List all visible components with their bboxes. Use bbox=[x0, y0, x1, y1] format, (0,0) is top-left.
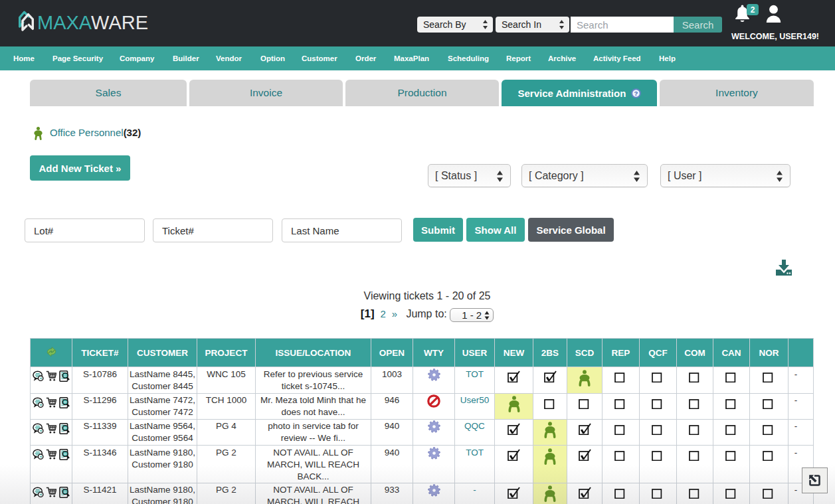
svg-text:?: ? bbox=[634, 90, 638, 97]
